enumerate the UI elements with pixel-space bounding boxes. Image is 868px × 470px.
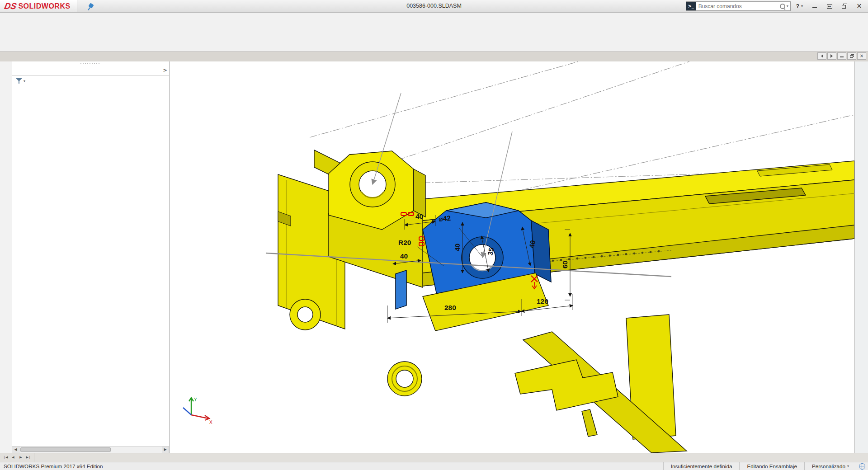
- panel-grip[interactable]: [12, 61, 169, 65]
- study-tab-bar: ❘◀ ◀ ▶ ▶❘: [0, 453, 868, 462]
- wheel-boss-parts[interactable]: [290, 299, 422, 396]
- dimension-top-40[interactable]: 40: [415, 212, 423, 220]
- search-dropdown-icon[interactable]: ▾: [787, 4, 788, 8]
- previous-window-button[interactable]: [817, 52, 826, 60]
- logo-mark: DS: [4, 2, 17, 10]
- next-window-icon: [830, 54, 835, 58]
- panel-flyout-button[interactable]: >: [162, 67, 168, 74]
- dimension-60[interactable]: 60: [561, 261, 569, 268]
- feature-manager-panel: > ▾ ◀ ▶: [12, 61, 170, 453]
- units-dropdown-icon[interactable]: ▾: [847, 464, 849, 468]
- command-manager-ribbon: [0, 13, 868, 52]
- scroll-thumb[interactable]: [20, 447, 111, 452]
- previous-window-icon: [819, 54, 823, 58]
- command-manager-tabs: ×: [0, 52, 868, 61]
- pin-menu-icon[interactable]: [87, 2, 95, 10]
- globe-icon[interactable]: [859, 463, 865, 470]
- minimize-icon: [812, 5, 817, 8]
- feature-tree: [12, 86, 169, 446]
- resize-button[interactable]: ↔: [823, 2, 835, 11]
- status-bar: SOLIDWORKS Premium 2017 x64 Edition Insu…: [0, 462, 868, 470]
- dimension-radius-20[interactable]: R20: [398, 239, 411, 246]
- search-input[interactable]: [696, 3, 779, 9]
- dimension-280[interactable]: 280: [444, 304, 456, 311]
- help-button[interactable]: ?▾: [793, 2, 806, 10]
- scroll-track[interactable]: [19, 446, 162, 453]
- status-editing-mode: Editando Ensamblaje: [739, 462, 804, 470]
- origin-triad: Y X: [183, 397, 212, 425]
- close-icon: ×: [856, 3, 862, 9]
- left-toolbar: [0, 61, 12, 453]
- restore-view-icon: [850, 55, 853, 58]
- command-search[interactable]: >_ ▾: [686, 1, 791, 11]
- right-toolbar: [854, 61, 868, 453]
- dimension-left-40[interactable]: 40: [400, 252, 408, 260]
- status-edition: SOLIDWORKS Premium 2017 x64 Edition: [0, 463, 663, 469]
- next-tab-icon[interactable]: ▶: [17, 454, 24, 461]
- support-parts[interactable]: [515, 315, 687, 453]
- minimize-view-button[interactable]: [837, 52, 846, 60]
- filter-dropdown-icon[interactable]: ▾: [24, 79, 25, 83]
- model-view[interactable]: 40 ⌀42 R20 40 40 35 40 60 280 120: [170, 61, 854, 453]
- solidworks-logo: DS SOLIDWORKS: [0, 0, 77, 12]
- tree-filter-row: ▾: [12, 76, 169, 86]
- status-definition-state: Insuficientemente definida: [663, 462, 740, 470]
- restore-icon: [842, 5, 846, 9]
- status-units[interactable]: Personalizado▾: [804, 462, 856, 470]
- previous-tab-icon[interactable]: ◀: [9, 454, 17, 461]
- axis-y-label: Y: [194, 397, 197, 402]
- search-scope-icon[interactable]: >_: [686, 2, 696, 10]
- tree-horizontal-scrollbar[interactable]: ◀ ▶: [12, 446, 169, 453]
- task-pane-tabs: [842, 61, 854, 64]
- logo-text: SOLIDWORKS: [18, 3, 70, 10]
- scroll-left-icon[interactable]: ◀: [12, 446, 19, 453]
- resize-icon: ↔: [827, 4, 832, 9]
- next-window-button[interactable]: [827, 52, 836, 60]
- restore-view-button[interactable]: [847, 52, 856, 60]
- graphics-viewport[interactable]: 40 ⌀42 R20 40 40 35 40 60 280 120: [170, 61, 854, 453]
- dimension-120[interactable]: 120: [537, 297, 548, 305]
- title-bar: DS SOLIDWORKS 003586-000.SLDASM >_ ▾ ?▾ …: [0, 0, 868, 13]
- feature-manager-tabs: >: [12, 65, 169, 76]
- close-view-button[interactable]: ×: [857, 52, 866, 60]
- search-icon[interactable]: [779, 3, 786, 9]
- dimension-mid-40[interactable]: 40: [528, 240, 537, 249]
- document-title: 003586-000.SLDASM: [406, 0, 462, 12]
- minimize-view-icon: [840, 55, 844, 57]
- tab-navigation: ❘◀ ◀ ▶ ▶❘: [0, 453, 34, 462]
- minimize-button[interactable]: [808, 2, 821, 11]
- first-tab-icon[interactable]: ❘◀: [2, 454, 9, 461]
- last-tab-icon[interactable]: ▶❘: [25, 454, 32, 461]
- axis-x-label: X: [209, 420, 212, 425]
- dimension-vertical-40[interactable]: 40: [453, 244, 461, 251]
- help-dropdown-icon[interactable]: ▾: [801, 4, 803, 8]
- dimension-diameter-42[interactable]: ⌀42: [439, 214, 451, 223]
- close-button[interactable]: ×: [853, 2, 865, 11]
- child-window-controls: ×: [817, 52, 866, 60]
- filter-icon[interactable]: [16, 78, 22, 84]
- scroll-right-icon[interactable]: ▶: [162, 446, 169, 453]
- restore-button[interactable]: [838, 2, 850, 11]
